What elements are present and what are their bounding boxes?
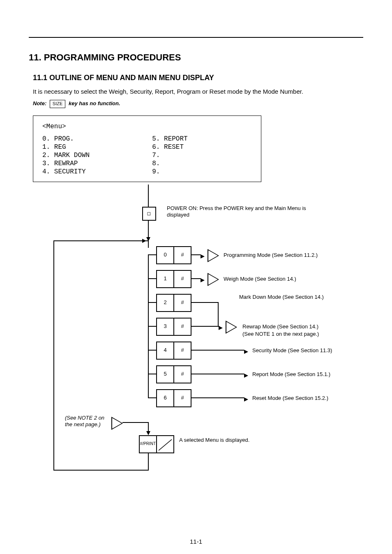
key-pair: 2# [156,294,191,312]
step-label: Rewrap Mode (See Section 14.) [242,323,318,330]
menu-item: 6. RESET [152,143,190,151]
branch-arrow-icon [111,417,123,430]
branch-arrow-icon [226,321,237,334]
menu-item: 9. [152,168,190,176]
menu-item: 2. MARK DOWN [42,151,92,159]
key-pair: 1# [156,270,191,288]
step-label: Security Mode (See Section 11.3) [252,347,332,354]
intro-text: It is necessary to select the Weigh, Sec… [33,88,363,96]
branch-arrow-icon [208,249,219,262]
branch-arrow-icon [208,273,219,286]
flow-diagram: ◇ POWER ON: Press the POWER key and the … [29,185,341,488]
menu-item: 3. REWRAP [42,159,92,168]
page-number: 11-1 [0,538,392,546]
note-body: key has no function. [69,100,120,106]
menu-item: 1. REG [42,143,92,151]
step-note: (See NOTE 1 on the next page.) [242,331,319,337]
key-pair: 5# [156,365,191,383]
key-pair: 6# [156,389,191,407]
step-label: Report Mode (See Section 15.1.) [252,371,330,378]
step-label: Programming Mode (See Section 11.2.) [224,252,318,259]
key-pair: 4# [156,342,191,360]
menu-item: 5. REPORT [152,135,190,143]
bottom-note: A selected Menu is displayed. [179,437,286,443]
step-label: Weigh Mode (See Section 14.) [224,276,296,282]
power-on-label: POWER ON: Press the POWER key and the Ma… [167,205,315,219]
menu-item: 7. [152,151,190,159]
key-pair: 0# [156,246,191,264]
section-number: 11. [29,52,42,62]
menu-item: 0. PROG. [42,135,92,143]
menu-title: <Menu> [42,122,252,131]
menu-box: <Menu> 0. PROG. 5. REPORT 1. REG 6. RESE… [33,115,261,182]
note-label: Note: [33,100,46,106]
note2: (See NOTE 2 on the next page.) [65,415,110,428]
power-key-icon: ◇ [145,210,153,217]
section-title: PROGRAMMING PROCEDURES [44,52,181,62]
print-key: #/PRINT [139,435,174,453]
step-label: Mark Down Mode (See Section 14.) [239,294,330,300]
menu-item: 4. SECURITY [42,168,92,176]
subsection-title: OUTLINE OF MENU AND MAIN MENU DISPLAY [49,74,214,82]
step-label: Reset Mode (See Section 15.2.) [252,395,328,402]
menu-item: 8. [152,159,190,168]
key-pair: 3# [156,318,191,336]
size-keycap: SIZE [50,100,65,108]
subsection-number: 11.1 [33,74,47,82]
